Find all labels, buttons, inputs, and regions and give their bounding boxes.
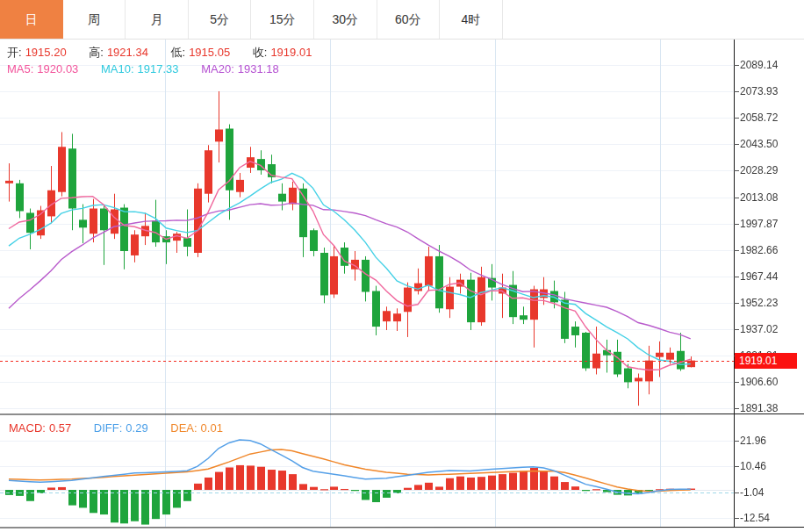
price-axis-tick: 1937.02 (740, 323, 778, 335)
price-axis-tick: 1967.44 (740, 270, 778, 283)
dea-label: DEA: (170, 421, 197, 435)
price-axis-tick: 1891.38 (740, 402, 778, 414)
ohlc-legend: 开:1915.20 高:1921.34 低:1915.05 收:1919.01 (7, 45, 315, 61)
ma10-label: MA10: (101, 62, 134, 75)
interval-tab[interactable]: 5分 (189, 0, 252, 39)
high-label: 高: (89, 46, 104, 59)
ma5-value: 1920.03 (37, 62, 78, 75)
price-axis-tick: 1906.60 (740, 376, 778, 388)
macd-axis-tick: 21.96 (740, 435, 766, 447)
macd-axis-tick: 10.46 (740, 460, 766, 472)
ma20-value: 1931.18 (238, 62, 279, 75)
ma5-label: MA5: (7, 62, 33, 75)
candlestick-chart-canvas[interactable] (0, 40, 804, 532)
open-value: 1915.20 (25, 46, 67, 59)
close-label: 收: (253, 46, 268, 59)
close-value: 1919.01 (270, 46, 312, 59)
macd-value: 0.57 (49, 421, 71, 435)
chart-app: 日周月5分15分30分60分4时 开:1915.20 高:1921.34 低:1… (0, 0, 804, 532)
ma10-value: 1917.33 (138, 62, 179, 75)
low-label: 低: (171, 46, 186, 59)
ma20-label: MA20: (201, 62, 234, 75)
price-axis-tick: 2028.29 (740, 164, 778, 176)
interval-tabbar: 日周月5分15分30分60分4时 (0, 0, 804, 40)
macd-legend: MACD:0.57 DIFF:0.29 DEA:0.01 (9, 421, 226, 435)
price-axis-tick: 2043.50 (740, 138, 778, 150)
low-value: 1915.05 (189, 46, 230, 59)
diff-value: 0.29 (126, 421, 147, 435)
interval-tab[interactable]: 15分 (251, 0, 314, 39)
price-axis-tick: 2073.93 (740, 85, 778, 97)
macd-label: MACD: (9, 421, 46, 435)
macd-axis-tick: -12.54 (740, 512, 770, 524)
dea-value: 0.01 (201, 421, 223, 435)
macd-axis-tick: -1.04 (740, 486, 764, 499)
high-value: 1921.34 (107, 46, 148, 59)
ma-legend: MA5:1920.03 MA10:1917.33 MA20:1931.18 (7, 62, 283, 75)
price-axis-tick: 1982.66 (740, 244, 778, 256)
price-axis-tick: 2089.14 (740, 59, 778, 71)
interval-tab[interactable]: 4时 (440, 0, 503, 39)
interval-tab[interactable]: 周 (63, 0, 126, 39)
price-axis-tick: 2013.08 (740, 191, 778, 204)
current-price-badge: 1919.01 (735, 353, 797, 369)
diff-label: DIFF: (94, 421, 123, 435)
interval-tab[interactable]: 30分 (314, 0, 377, 39)
price-axis-tick: 1952.23 (740, 297, 778, 309)
interval-tab[interactable]: 60分 (377, 0, 441, 39)
interval-tab[interactable]: 月 (126, 0, 189, 39)
open-label: 开: (7, 46, 22, 59)
interval-tab[interactable]: 日 (0, 0, 63, 39)
price-axis-tick: 2058.72 (740, 111, 778, 124)
price-axis-tick: 1997.87 (740, 218, 778, 230)
